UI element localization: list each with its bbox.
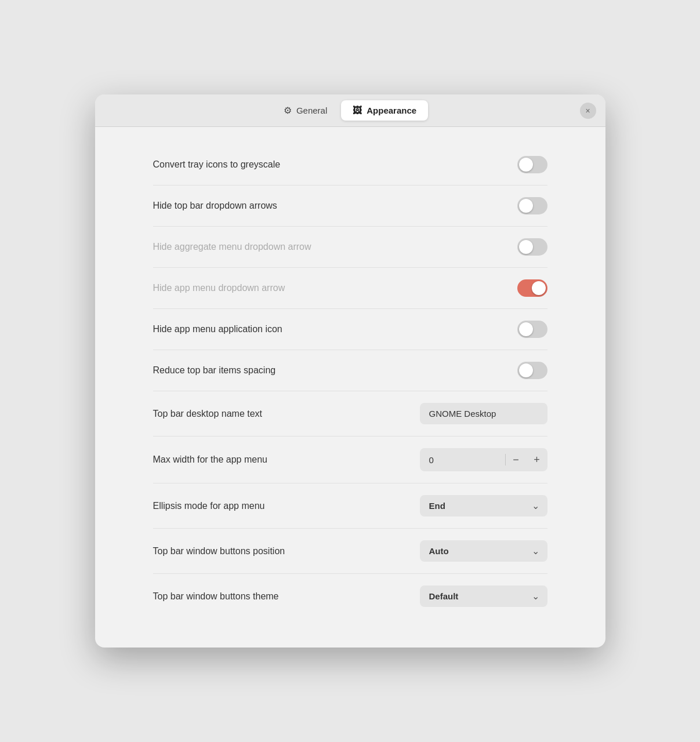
toggle-thumb bbox=[519, 240, 533, 254]
number-decrement-button[interactable]: − bbox=[506, 448, 527, 471]
max-width-number-input: 0 − + bbox=[420, 448, 547, 471]
tab-general[interactable]: ⚙ General bbox=[272, 100, 339, 121]
toggle-hide-top-bar-dropdown[interactable] bbox=[517, 197, 547, 214]
appearance-icon: 🖼 bbox=[353, 106, 362, 116]
toggle-convert-tray-icons[interactable] bbox=[517, 156, 547, 173]
setting-row-window-buttons-position: Top bar window buttons position Auto Lef… bbox=[153, 529, 547, 574]
setting-label-hide-app-menu-dropdown: Hide app menu dropdown arrow bbox=[153, 283, 285, 293]
plus-icon: + bbox=[534, 454, 540, 466]
ellipsis-mode-wrapper: End Start Middle None bbox=[420, 495, 547, 517]
toggle-thumb bbox=[519, 158, 533, 172]
setting-row-hide-app-menu-icon: Hide app menu application icon bbox=[153, 309, 547, 350]
setting-label-reduce-spacing: Reduce top bar items spacing bbox=[153, 365, 276, 376]
titlebar: ⚙ General 🖼 Appearance × bbox=[95, 94, 605, 127]
toggle-hide-app-menu-dropdown[interactable] bbox=[517, 279, 547, 297]
setting-row-hide-app-menu-dropdown: Hide app menu dropdown arrow bbox=[153, 268, 547, 309]
settings-content: Convert tray icons to greyscale Hide top… bbox=[95, 127, 605, 648]
toggle-thumb bbox=[519, 199, 533, 213]
setting-label-hide-aggregate-menu: Hide aggregate menu dropdown arrow bbox=[153, 242, 311, 252]
setting-row-window-buttons-theme: Top bar window buttons theme Default Adw… bbox=[153, 574, 547, 619]
setting-row-hide-aggregate-menu: Hide aggregate menu dropdown arrow bbox=[153, 227, 547, 268]
tab-general-label: General bbox=[296, 106, 327, 115]
window-buttons-position-wrapper: Auto Left Right Top bbox=[420, 540, 547, 562]
desktop-name-text-input[interactable] bbox=[420, 403, 547, 424]
setting-label-max-width-app-menu: Max width for the app menu bbox=[153, 454, 267, 465]
setting-row-convert-tray-icons: Convert tray icons to greyscale bbox=[153, 144, 547, 186]
window-buttons-theme-wrapper: Default Adwaita Breeze bbox=[420, 585, 547, 607]
setting-label-convert-tray-icons: Convert tray icons to greyscale bbox=[153, 159, 281, 170]
setting-label-window-buttons-position: Top bar window buttons position bbox=[153, 546, 285, 556]
tab-bar: ⚙ General 🖼 Appearance bbox=[272, 100, 428, 121]
number-increment-button[interactable]: + bbox=[527, 448, 547, 471]
setting-row-reduce-spacing: Reduce top bar items spacing bbox=[153, 350, 547, 391]
toggle-hide-app-menu-icon[interactable] bbox=[517, 321, 547, 338]
general-icon: ⚙ bbox=[284, 105, 292, 116]
tab-appearance-label: Appearance bbox=[367, 106, 416, 115]
tab-appearance[interactable]: 🖼 Appearance bbox=[341, 100, 428, 121]
toggle-thumb bbox=[519, 322, 533, 336]
number-value-max-width: 0 bbox=[420, 449, 505, 471]
setting-row-max-width-app-menu: Max width for the app menu 0 − + bbox=[153, 437, 547, 483]
setting-label-hide-top-bar-dropdown: Hide top bar dropdown arrows bbox=[153, 201, 277, 211]
close-icon: × bbox=[585, 106, 590, 115]
toggle-thumb bbox=[532, 281, 546, 295]
setting-label-ellipsis-mode: Ellipsis mode for app menu bbox=[153, 501, 265, 511]
setting-row-desktop-name-text: Top bar desktop name text bbox=[153, 391, 547, 437]
setting-row-hide-top-bar-dropdown: Hide top bar dropdown arrows bbox=[153, 186, 547, 227]
setting-label-desktop-name-text: Top bar desktop name text bbox=[153, 409, 263, 419]
setting-label-window-buttons-theme: Top bar window buttons theme bbox=[153, 591, 279, 602]
window-buttons-theme-select[interactable]: Default Adwaita Breeze bbox=[420, 585, 547, 607]
toggle-hide-aggregate-menu[interactable] bbox=[517, 238, 547, 256]
settings-window: ⚙ General 🖼 Appearance × Convert tray ic… bbox=[95, 94, 605, 648]
setting-row-ellipsis-mode: Ellipsis mode for app menu End Start Mid… bbox=[153, 483, 547, 529]
ellipsis-mode-select[interactable]: End Start Middle None bbox=[420, 495, 547, 517]
minus-icon: − bbox=[513, 454, 519, 466]
toggle-reduce-spacing[interactable] bbox=[517, 362, 547, 379]
close-button[interactable]: × bbox=[580, 103, 596, 119]
window-buttons-position-select[interactable]: Auto Left Right Top bbox=[420, 540, 547, 562]
setting-label-hide-app-menu-icon: Hide app menu application icon bbox=[153, 324, 282, 334]
toggle-thumb bbox=[519, 363, 533, 377]
